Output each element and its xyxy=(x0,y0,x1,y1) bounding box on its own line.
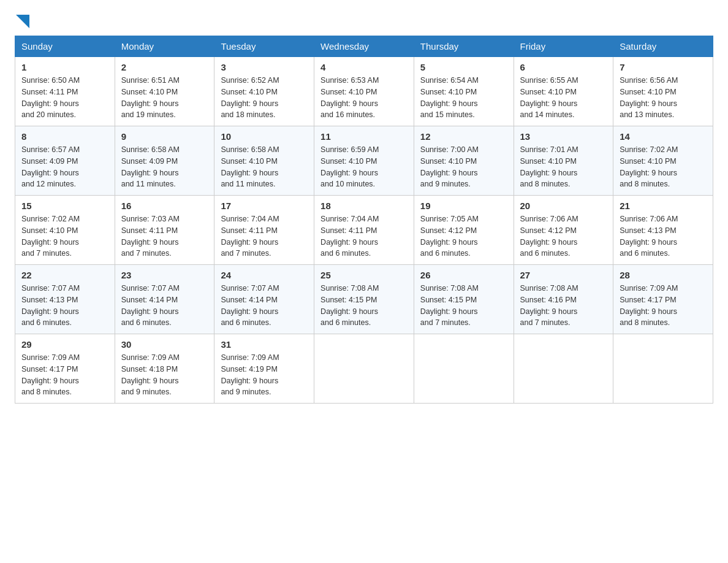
day-number: 14 xyxy=(620,131,707,142)
day-info: Sunrise: 7:08 AMSunset: 4:16 PMDaylight:… xyxy=(520,283,607,329)
day-number: 31 xyxy=(221,339,308,350)
calendar-cell: 21Sunrise: 7:06 AMSunset: 4:13 PMDayligh… xyxy=(613,196,713,265)
calendar-cell xyxy=(613,334,713,404)
day-info: Sunrise: 6:59 AMSunset: 4:10 PMDaylight:… xyxy=(320,144,408,190)
day-number: 27 xyxy=(520,270,607,280)
page-header xyxy=(15,15,713,26)
calendar-cell: 5Sunrise: 6:54 AMSunset: 4:10 PMDaylight… xyxy=(414,57,514,126)
header-thursday: Thursday xyxy=(414,36,514,57)
calendar-cell: 29Sunrise: 7:09 AMSunset: 4:17 PMDayligh… xyxy=(15,334,115,404)
calendar-week-row: 8Sunrise: 6:57 AMSunset: 4:09 PMDaylight… xyxy=(15,126,713,196)
calendar-cell: 19Sunrise: 7:05 AMSunset: 4:12 PMDayligh… xyxy=(414,196,514,265)
day-number: 19 xyxy=(420,201,507,211)
calendar-cell: 28Sunrise: 7:09 AMSunset: 4:17 PMDayligh… xyxy=(613,265,713,334)
day-info: Sunrise: 6:57 AMSunset: 4:09 PMDaylight:… xyxy=(21,144,108,190)
calendar-cell: 16Sunrise: 7:03 AMSunset: 4:11 PMDayligh… xyxy=(115,196,214,265)
calendar-cell: 4Sunrise: 6:53 AMSunset: 4:10 PMDaylight… xyxy=(314,57,414,126)
day-info: Sunrise: 7:02 AMSunset: 4:10 PMDaylight:… xyxy=(620,144,707,190)
day-number: 30 xyxy=(121,339,208,350)
day-info: Sunrise: 7:09 AMSunset: 4:18 PMDaylight:… xyxy=(121,352,208,398)
day-info: Sunrise: 6:56 AMSunset: 4:10 PMDaylight:… xyxy=(620,75,707,121)
day-number: 16 xyxy=(121,201,208,211)
day-number: 29 xyxy=(21,339,108,350)
day-number: 13 xyxy=(520,131,607,142)
calendar-cell: 26Sunrise: 7:08 AMSunset: 4:15 PMDayligh… xyxy=(414,265,514,334)
calendar-week-row: 29Sunrise: 7:09 AMSunset: 4:17 PMDayligh… xyxy=(15,334,713,404)
day-info: Sunrise: 7:06 AMSunset: 4:13 PMDaylight:… xyxy=(620,213,707,259)
calendar-cell: 22Sunrise: 7:07 AMSunset: 4:13 PMDayligh… xyxy=(15,265,115,334)
calendar-cell xyxy=(514,334,613,404)
day-number: 3 xyxy=(221,62,308,72)
header-tuesday: Tuesday xyxy=(214,36,314,57)
day-info: Sunrise: 6:50 AMSunset: 4:11 PMDaylight:… xyxy=(21,75,108,121)
calendar-cell: 18Sunrise: 7:04 AMSunset: 4:11 PMDayligh… xyxy=(314,196,414,265)
day-info: Sunrise: 7:01 AMSunset: 4:10 PMDaylight:… xyxy=(520,144,607,190)
day-info: Sunrise: 6:58 AMSunset: 4:10 PMDaylight:… xyxy=(221,144,308,190)
logo-triangle-icon xyxy=(16,15,29,28)
day-info: Sunrise: 6:58 AMSunset: 4:09 PMDaylight:… xyxy=(121,144,208,190)
header-sunday: Sunday xyxy=(15,36,115,57)
day-number: 25 xyxy=(320,270,408,280)
day-info: Sunrise: 7:02 AMSunset: 4:10 PMDaylight:… xyxy=(21,213,108,259)
calendar-cell xyxy=(414,334,514,404)
day-number: 21 xyxy=(620,201,707,211)
day-info: Sunrise: 7:07 AMSunset: 4:14 PMDaylight:… xyxy=(121,283,208,329)
calendar-cell: 20Sunrise: 7:06 AMSunset: 4:12 PMDayligh… xyxy=(514,196,613,265)
day-info: Sunrise: 6:54 AMSunset: 4:10 PMDaylight:… xyxy=(420,75,507,121)
calendar-cell: 13Sunrise: 7:01 AMSunset: 4:10 PMDayligh… xyxy=(514,126,613,196)
day-info: Sunrise: 7:07 AMSunset: 4:14 PMDaylight:… xyxy=(221,283,308,329)
calendar-cell: 2Sunrise: 6:51 AMSunset: 4:10 PMDaylight… xyxy=(115,57,214,126)
day-number: 1 xyxy=(21,62,108,72)
day-info: Sunrise: 7:08 AMSunset: 4:15 PMDaylight:… xyxy=(320,283,408,329)
calendar-cell: 31Sunrise: 7:09 AMSunset: 4:19 PMDayligh… xyxy=(214,334,314,404)
day-number: 7 xyxy=(620,62,707,72)
header-friday: Friday xyxy=(514,36,613,57)
calendar-cell: 6Sunrise: 6:55 AMSunset: 4:10 PMDaylight… xyxy=(514,57,613,126)
calendar-cell: 7Sunrise: 6:56 AMSunset: 4:10 PMDaylight… xyxy=(613,57,713,126)
day-number: 8 xyxy=(21,131,108,142)
day-number: 10 xyxy=(221,131,308,142)
calendar-cell xyxy=(314,334,414,404)
day-number: 4 xyxy=(320,62,408,72)
calendar-cell: 23Sunrise: 7:07 AMSunset: 4:14 PMDayligh… xyxy=(115,265,214,334)
day-number: 22 xyxy=(21,270,108,280)
day-number: 12 xyxy=(420,131,507,142)
calendar-cell: 30Sunrise: 7:09 AMSunset: 4:18 PMDayligh… xyxy=(115,334,214,404)
calendar-cell: 24Sunrise: 7:07 AMSunset: 4:14 PMDayligh… xyxy=(214,265,314,334)
day-number: 6 xyxy=(520,62,607,72)
calendar-cell: 27Sunrise: 7:08 AMSunset: 4:16 PMDayligh… xyxy=(514,265,613,334)
day-number: 2 xyxy=(121,62,208,72)
day-number: 17 xyxy=(221,201,308,211)
day-number: 15 xyxy=(21,201,108,211)
day-info: Sunrise: 7:09 AMSunset: 4:17 PMDaylight:… xyxy=(620,283,707,329)
header-monday: Monday xyxy=(115,36,214,57)
calendar-week-row: 22Sunrise: 7:07 AMSunset: 4:13 PMDayligh… xyxy=(15,265,713,334)
calendar-cell: 25Sunrise: 7:08 AMSunset: 4:15 PMDayligh… xyxy=(314,265,414,334)
calendar-cell: 10Sunrise: 6:58 AMSunset: 4:10 PMDayligh… xyxy=(214,126,314,196)
day-info: Sunrise: 7:09 AMSunset: 4:19 PMDaylight:… xyxy=(221,352,308,398)
calendar-cell: 9Sunrise: 6:58 AMSunset: 4:09 PMDaylight… xyxy=(115,126,214,196)
day-info: Sunrise: 6:55 AMSunset: 4:10 PMDaylight:… xyxy=(520,75,607,121)
day-info: Sunrise: 6:52 AMSunset: 4:10 PMDaylight:… xyxy=(221,75,308,121)
calendar-table: SundayMondayTuesdayWednesdayThursdayFrid… xyxy=(15,36,713,404)
calendar-cell: 14Sunrise: 7:02 AMSunset: 4:10 PMDayligh… xyxy=(613,126,713,196)
calendar-cell: 1Sunrise: 6:50 AMSunset: 4:11 PMDaylight… xyxy=(15,57,115,126)
svg-marker-0 xyxy=(16,15,29,28)
day-number: 5 xyxy=(420,62,507,72)
calendar-cell: 17Sunrise: 7:04 AMSunset: 4:11 PMDayligh… xyxy=(214,196,314,265)
calendar-header-row: SundayMondayTuesdayWednesdayThursdayFrid… xyxy=(15,36,713,57)
calendar-week-row: 1Sunrise: 6:50 AMSunset: 4:11 PMDaylight… xyxy=(15,57,713,126)
day-number: 26 xyxy=(420,270,507,280)
header-saturday: Saturday xyxy=(613,36,713,57)
calendar-cell: 15Sunrise: 7:02 AMSunset: 4:10 PMDayligh… xyxy=(15,196,115,265)
logo xyxy=(15,15,29,26)
day-info: Sunrise: 7:00 AMSunset: 4:10 PMDaylight:… xyxy=(420,144,507,190)
day-info: Sunrise: 6:51 AMSunset: 4:10 PMDaylight:… xyxy=(121,75,208,121)
day-number: 20 xyxy=(520,201,607,211)
day-info: Sunrise: 7:05 AMSunset: 4:12 PMDaylight:… xyxy=(420,213,507,259)
day-number: 24 xyxy=(221,270,308,280)
day-info: Sunrise: 7:03 AMSunset: 4:11 PMDaylight:… xyxy=(121,213,208,259)
day-info: Sunrise: 7:08 AMSunset: 4:15 PMDaylight:… xyxy=(420,283,507,329)
calendar-cell: 12Sunrise: 7:00 AMSunset: 4:10 PMDayligh… xyxy=(414,126,514,196)
day-info: Sunrise: 7:07 AMSunset: 4:13 PMDaylight:… xyxy=(21,283,108,329)
